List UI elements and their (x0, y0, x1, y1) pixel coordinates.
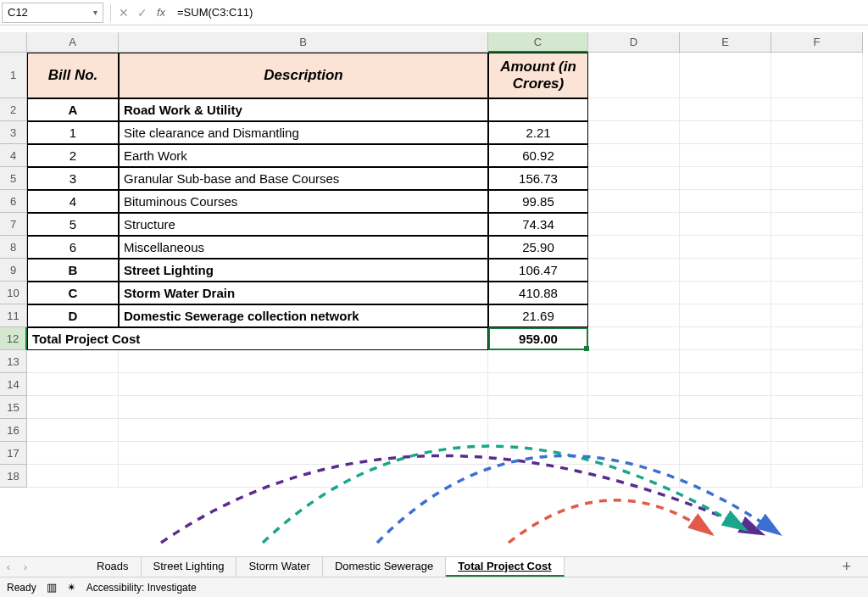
row-header[interactable]: 2 (0, 98, 27, 121)
cell[interactable] (771, 167, 863, 190)
tab-next-icon[interactable]: › (17, 561, 34, 573)
formula-input[interactable]: =SUM(C3:C11) (170, 3, 868, 23)
row-header[interactable]: 9 (0, 259, 27, 282)
row-header[interactable]: 4 (0, 144, 27, 167)
cell[interactable]: 4 (27, 190, 119, 213)
sheet-tab[interactable]: Roads (85, 557, 142, 577)
cell[interactable] (588, 465, 680, 488)
cell[interactable]: C (27, 282, 119, 304)
cell[interactable] (27, 396, 119, 419)
cell[interactable] (771, 350, 863, 373)
add-sheet-icon[interactable]: + (842, 558, 851, 576)
row-header[interactable]: 1 (0, 53, 27, 98)
cell[interactable] (771, 144, 863, 167)
cell[interactable] (588, 144, 680, 167)
cell[interactable] (680, 350, 771, 373)
cell[interactable]: Domestic Sewerage collection network (119, 304, 488, 327)
cell[interactable]: D (27, 304, 119, 327)
row-header[interactable]: 13 (0, 350, 27, 373)
cell[interactable] (488, 373, 588, 396)
row-header[interactable]: 16 (0, 419, 27, 442)
cell[interactable] (771, 282, 863, 304)
cell[interactable]: Storm Water Drain (119, 282, 488, 304)
cell[interactable] (680, 144, 771, 167)
cell[interactable] (771, 236, 863, 259)
col-header-D[interactable]: D (588, 32, 680, 53)
cell[interactable] (680, 259, 771, 282)
cell[interactable]: 410.88 (488, 282, 588, 304)
sheet-tab[interactable]: Storm Water (236, 557, 322, 577)
cell[interactable] (488, 98, 588, 121)
cell[interactable] (680, 236, 771, 259)
cell[interactable] (588, 236, 680, 259)
cell[interactable] (588, 304, 680, 327)
cancel-icon[interactable]: ✕ (114, 3, 133, 22)
cell[interactable]: Site clearance and Dismantling (119, 121, 488, 144)
cell[interactable] (27, 373, 119, 396)
cell[interactable] (680, 190, 771, 213)
cell[interactable] (680, 442, 771, 465)
cell[interactable] (771, 442, 863, 465)
cell[interactable] (119, 442, 488, 465)
col-header-E[interactable]: E (680, 32, 771, 53)
col-header-B[interactable]: B (119, 32, 488, 53)
cell[interactable]: Granular Sub-base and Base Courses (119, 167, 488, 190)
row-header[interactable]: 5 (0, 167, 27, 190)
cell[interactable] (119, 465, 488, 488)
cell[interactable] (119, 419, 488, 442)
cell[interactable]: 2.21 (488, 121, 588, 144)
row-header[interactable]: 18 (0, 465, 27, 488)
total-value[interactable]: 959.00 (488, 327, 588, 350)
cell[interactable]: Earth Work (119, 144, 488, 167)
cell[interactable] (588, 98, 680, 121)
row-header[interactable]: 15 (0, 396, 27, 419)
cell[interactable] (680, 53, 771, 98)
cell[interactable] (119, 396, 488, 419)
cell[interactable]: Structure (119, 213, 488, 236)
cell[interactable] (27, 419, 119, 442)
cell[interactable]: A (27, 98, 119, 121)
cell[interactable]: B (27, 259, 119, 282)
cell[interactable] (588, 442, 680, 465)
cell[interactable]: 2 (27, 144, 119, 167)
fx-icon[interactable]: fx (152, 3, 170, 22)
cell[interactable] (771, 53, 863, 98)
cell[interactable] (119, 373, 488, 396)
cell[interactable] (680, 213, 771, 236)
cell[interactable] (771, 304, 863, 327)
cell[interactable] (771, 259, 863, 282)
cell[interactable]: 5 (27, 213, 119, 236)
cell[interactable] (588, 373, 680, 396)
cell[interactable] (771, 190, 863, 213)
cell[interactable]: 3 (27, 167, 119, 190)
cell[interactable]: 60.92 (488, 144, 588, 167)
cell[interactable] (680, 304, 771, 327)
row-header[interactable]: 6 (0, 190, 27, 213)
row-header[interactable]: 8 (0, 236, 27, 259)
cell[interactable] (771, 373, 863, 396)
col-header-F[interactable]: F (771, 32, 863, 53)
total-label[interactable]: Total Project Cost (27, 327, 488, 350)
cell[interactable] (588, 213, 680, 236)
cell[interactable]: Miscellaneous (119, 236, 488, 259)
cell[interactable] (771, 396, 863, 419)
cell[interactable]: Description (119, 53, 488, 98)
cell[interactable] (771, 98, 863, 121)
cell[interactable] (588, 282, 680, 304)
cell[interactable] (488, 396, 588, 419)
cell[interactable] (588, 259, 680, 282)
cell[interactable] (680, 419, 771, 442)
cell[interactable] (588, 350, 680, 373)
accessibility-icon[interactable]: ✴ (67, 581, 76, 594)
col-header-C[interactable]: C (488, 32, 588, 53)
cell[interactable]: 25.90 (488, 236, 588, 259)
cell[interactable] (27, 350, 119, 373)
cell[interactable] (771, 213, 863, 236)
cell[interactable]: Street Lighting (119, 259, 488, 282)
enter-icon[interactable]: ✓ (133, 3, 152, 22)
cell[interactable]: 74.34 (488, 213, 588, 236)
cell[interactable] (771, 327, 863, 350)
cell[interactable] (680, 327, 771, 350)
cell[interactable]: 1 (27, 121, 119, 144)
cell[interactable] (771, 465, 863, 488)
